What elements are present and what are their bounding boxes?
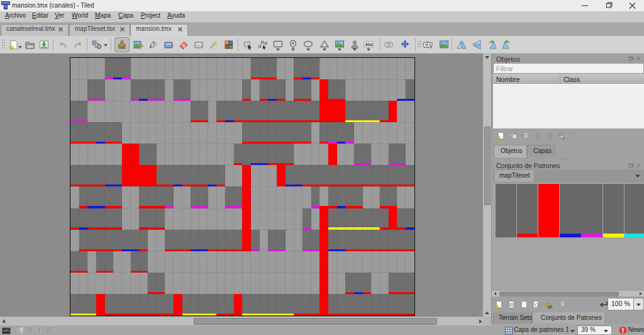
svg-text:Abc: Abc bbox=[365, 42, 374, 47]
